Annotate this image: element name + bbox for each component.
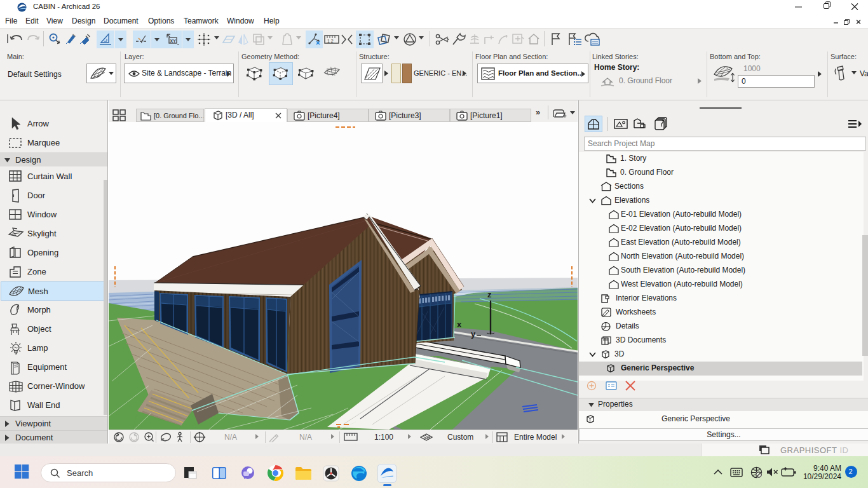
svg-text:XY: XY [170, 39, 177, 43]
svg-text:1 2: 1 2 [327, 39, 334, 43]
svg-text:z: z [487, 290, 492, 299]
svg-text:y: y [471, 329, 476, 339]
svg-text:x: x [457, 320, 462, 329]
